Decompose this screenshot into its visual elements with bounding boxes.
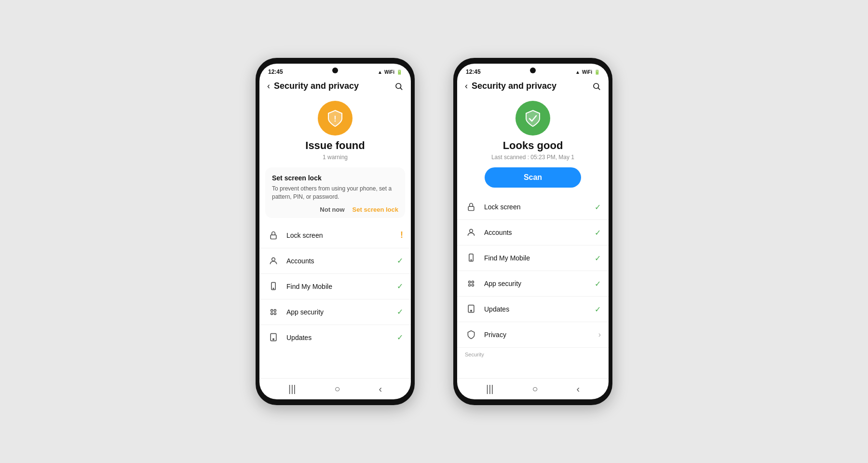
lock-icon [267,229,280,242]
list-item[interactable]: Updates ✓ [457,297,609,322]
status-bar-1: 12:45 ▲ WiFi 🔋 [259,64,411,77]
privacy-icon [465,328,477,341]
lock-screen-label: Lock screen [286,232,393,239]
privacy-label: Privacy [484,331,592,339]
alert-title: Set screen lock [272,174,398,182]
list-item[interactable]: Privacy › [457,322,609,348]
hero-subtitle-1: 1 warning [259,154,411,161]
status-icons-2: ▲ WiFi 🔋 [575,69,600,75]
lock-icon-2 [465,201,477,213]
phone-1-screen: 12:45 ▲ WiFi 🔋 ‹ Security and privacy [259,64,411,399]
list-item[interactable]: Find My Mobile ✓ [457,245,609,271]
svg-point-4 [272,258,275,261]
alert-card: Set screen lock To prevent others from u… [265,167,405,218]
page-title-1: Security and privacy [274,81,391,91]
list-item[interactable]: App security ✓ [457,271,609,297]
svg-point-24 [471,310,472,312]
svg-point-19 [469,281,471,283]
accounts-label: Accounts [286,257,390,265]
account-icon [267,255,280,267]
svg-point-20 [472,281,474,283]
phone-2: 12:45 ▲ WiFi 🔋 ‹ Security and privacy [453,58,612,405]
home-button-2[interactable]: ○ [532,383,538,395]
account-icon-2 [465,226,477,239]
search-button-1[interactable] [394,82,403,91]
svg-point-10 [274,313,276,314]
appsecurity-status: ✓ [397,307,403,316]
svg-rect-15 [468,206,474,210]
updates-label-2: Updates [484,305,588,313]
appsecurity-icon [267,306,280,318]
hero-subtitle-2: Last scanned : 05:23 PM, May 1 [457,154,609,161]
updates-icon-2 [465,303,477,315]
lock-screen-label-2: Lock screen [484,203,588,211]
confirm-button[interactable]: Set screen lock [353,206,398,213]
alert-actions: Not now Set screen lock [272,206,398,213]
svg-point-9 [271,313,273,314]
back-nav-button-1[interactable]: ‹ [379,383,382,395]
recent-apps-button-2[interactable]: ||| [486,383,494,395]
svg-text:!: ! [334,115,336,123]
updates-label: Updates [286,334,390,341]
appsecurity-label-2: App security [484,280,588,287]
list-item[interactable]: Lock screen ! [259,223,411,248]
alert-body: To prevent others from using your phone,… [272,185,398,201]
svg-point-16 [470,229,473,232]
privacy-chevron: › [598,330,601,339]
findmobile-icon-2 [465,252,477,264]
scan-button[interactable]: Scan [485,167,581,188]
svg-point-6 [273,288,274,289]
list-item[interactable]: Accounts ✓ [259,248,411,274]
accounts-status-2: ✓ [595,228,601,237]
search-button-2[interactable] [592,82,601,91]
accounts-status: ✓ [397,256,403,265]
updates-status-2: ✓ [595,305,601,314]
nav-bar-2: ||| ○ ‹ [457,378,609,399]
status-circle-good [515,101,550,136]
appsecurity-icon-2 [465,277,477,290]
svg-point-8 [274,309,276,311]
lock-screen-status-2: ✓ [595,203,601,212]
hero-title-1: Issue found [259,139,411,152]
phone-2-screen: 12:45 ▲ WiFi 🔋 ‹ Security and privacy [457,64,609,399]
svg-point-21 [469,284,471,286]
page-title-2: Security and privacy [472,81,588,91]
appsecurity-status-2: ✓ [595,279,601,288]
status-bar-2: 12:45 ▲ WiFi 🔋 [457,64,609,77]
back-nav-button-2[interactable]: ‹ [576,383,580,395]
screen-content-2: Looks good Last scanned : 05:23 PM, May … [457,95,609,378]
back-button-1[interactable]: ‹ [267,81,270,91]
back-button-2[interactable]: ‹ [465,81,468,91]
list-item[interactable]: App security ✓ [259,300,411,325]
nav-bar-1: ||| ○ ‹ [259,378,411,399]
svg-rect-3 [271,235,276,239]
dismiss-button[interactable]: Not now [320,206,344,213]
list-item[interactable]: Find My Mobile ✓ [259,274,411,300]
svg-line-14 [598,88,599,89]
svg-point-12 [273,339,274,340]
list-item[interactable]: Accounts ✓ [457,220,609,245]
hero-title-2: Looks good [457,139,609,152]
top-bar-1: ‹ Security and privacy [259,77,411,95]
lock-screen-status: ! [400,230,403,240]
updates-status: ✓ [397,333,403,342]
list-item[interactable]: Updates ✓ [259,325,411,350]
phone-1: 12:45 ▲ WiFi 🔋 ‹ Security and privacy [256,58,415,405]
top-bar-2: ‹ Security and privacy [457,77,609,95]
recent-apps-button-1[interactable]: ||| [288,383,296,395]
list-item[interactable]: Lock screen ✓ [457,194,609,220]
status-icons-1: ▲ WiFi 🔋 [378,69,402,75]
svg-point-18 [471,259,472,260]
findmobile-status-2: ✓ [595,254,601,263]
accounts-label-2: Accounts [484,229,588,236]
camera-hole-1 [332,68,338,73]
findmobile-icon [267,280,280,293]
findmobile-status: ✓ [397,282,403,291]
home-button-1[interactable]: ○ [334,383,340,395]
svg-point-7 [271,309,273,311]
appsecurity-label: App security [286,308,390,316]
section-label-security: Security [457,348,609,359]
screen-content-1: ! Issue found 1 warning Set screen lock … [259,95,411,378]
findmobile-label: Find My Mobile [286,283,390,290]
updates-icon [267,331,280,344]
